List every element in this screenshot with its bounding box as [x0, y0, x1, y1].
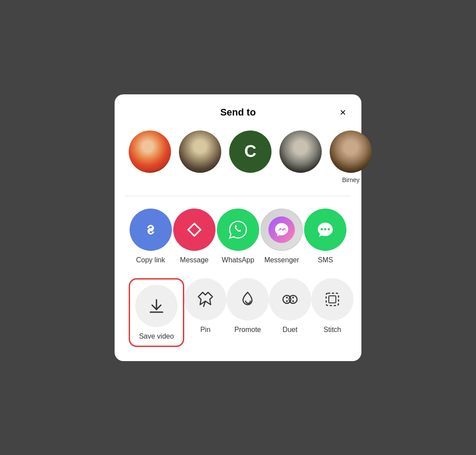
avatar — [179, 131, 221, 173]
duet-icon — [269, 278, 311, 321]
app-messenger[interactable]: Messenger — [260, 209, 304, 264]
svg-point-4 — [289, 295, 297, 303]
pin-icon — [184, 278, 227, 321]
contact-item[interactable]: C — [229, 131, 271, 183]
promote-icon — [227, 278, 269, 321]
svg-point-8 — [292, 300, 294, 302]
save-video-icon — [135, 285, 178, 327]
avatar — [129, 131, 171, 173]
action-label: Save video — [139, 332, 174, 340]
svg-point-6 — [286, 300, 288, 302]
svg-rect-10 — [329, 296, 336, 303]
app-copy-link[interactable]: Copy link — [129, 209, 172, 264]
action-promote[interactable]: Promote — [227, 278, 269, 347]
action-label: Pin — [200, 326, 210, 334]
share-modal: Send to × C Birney — [115, 94, 361, 361]
svg-point-0 — [321, 228, 323, 230]
message-icon — [173, 209, 216, 251]
contact-item[interactable] — [279, 131, 322, 183]
app-label: Copy link — [136, 256, 165, 264]
whatsapp-icon — [217, 209, 259, 251]
contacts-row: C Birney — [125, 131, 351, 183]
contact-item[interactable] — [179, 131, 221, 183]
app-sms[interactable]: SMS — [304, 209, 347, 264]
app-label: WhatsApp — [222, 256, 254, 264]
app-message[interactable]: Message — [172, 209, 216, 264]
action-pin[interactable]: Pin — [184, 278, 227, 347]
actions-row: Save video Pin Promote — [125, 278, 351, 347]
divider — [125, 196, 351, 196]
contact-label: Birney — [342, 176, 360, 183]
contact-item[interactable]: Birney — [330, 131, 372, 183]
modal-title: Send to — [220, 107, 256, 118]
action-label: Stitch — [324, 326, 341, 334]
svg-point-7 — [292, 297, 294, 298]
contact-item[interactable] — [129, 131, 171, 183]
action-save-video[interactable]: Save video — [129, 278, 184, 347]
avatar — [330, 131, 372, 173]
messenger-icon — [260, 209, 303, 251]
stitch-icon — [311, 278, 353, 321]
app-label: SMS — [318, 256, 333, 264]
close-button[interactable]: × — [335, 104, 351, 120]
modal-header: Send to × — [125, 107, 351, 118]
svg-rect-9 — [326, 293, 338, 306]
app-label: Message — [180, 256, 208, 264]
copy-link-icon — [130, 209, 172, 251]
sms-icon — [304, 209, 346, 251]
apps-row: Copy link Message WhatsApp — [125, 209, 351, 264]
app-label: Messenger — [264, 256, 299, 264]
action-stitch[interactable]: Stitch — [311, 278, 353, 347]
action-label: Duet — [283, 326, 298, 334]
svg-point-1 — [324, 228, 327, 230]
action-duet[interactable]: Duet — [269, 278, 311, 347]
action-label: Promote — [234, 326, 261, 334]
svg-point-2 — [328, 228, 330, 230]
save-video-wrapper: Save video — [129, 278, 184, 347]
app-whatsapp[interactable]: WhatsApp — [216, 209, 260, 264]
avatar: C — [229, 131, 271, 173]
avatar — [279, 131, 322, 173]
svg-point-5 — [286, 297, 288, 298]
